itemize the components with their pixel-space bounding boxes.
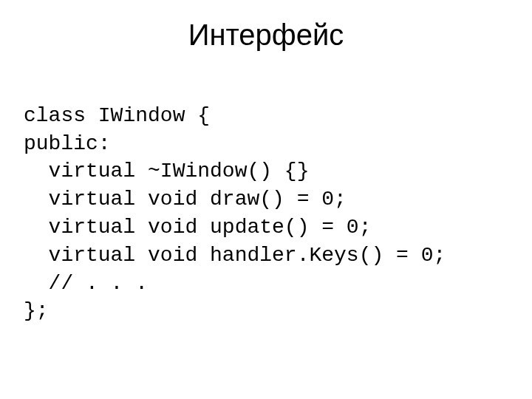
code-block: class IWindow { public: virtual ~IWindow… xyxy=(24,74,532,325)
code-line: virtual ~IWindow() {} xyxy=(24,160,309,183)
code-line: // . . . xyxy=(24,272,148,295)
code-line: virtual void handler.Keys() = 0; xyxy=(24,244,446,267)
code-line: virtual void update() = 0; xyxy=(24,216,371,239)
code-line: public: xyxy=(24,132,111,155)
code-line: class IWindow { xyxy=(24,104,210,127)
code-line: }; xyxy=(24,299,49,322)
slide-title: Интерфейс xyxy=(0,18,532,52)
code-line: virtual void draw() = 0; xyxy=(24,188,347,211)
